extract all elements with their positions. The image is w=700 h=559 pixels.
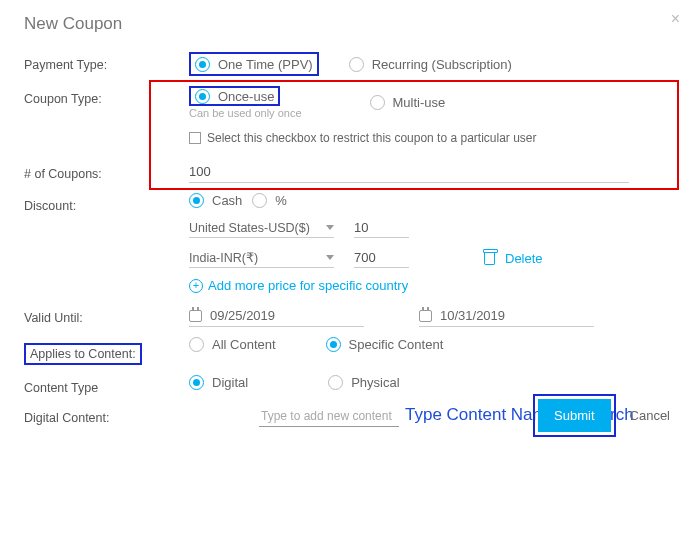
radio-cash[interactable]: Cash [189, 193, 242, 208]
radio-multi-use[interactable]: Multi-use [370, 95, 446, 110]
plus-circle-icon: + [189, 279, 203, 293]
radio-once-label: Once-use [218, 89, 274, 104]
trash-icon [484, 252, 495, 265]
price-input-0[interactable] [354, 218, 409, 238]
num-coupons-input[interactable] [189, 161, 629, 183]
chevron-down-icon [326, 255, 334, 260]
label-content-type: Content Type [24, 375, 189, 395]
radio-physical[interactable]: Physical [328, 375, 399, 390]
checkbox-icon [189, 132, 201, 144]
radio-cash-label: Cash [212, 193, 242, 208]
radio-once-use[interactable]: Once-use [195, 89, 274, 104]
radio-recurring[interactable]: Recurring (Subscription) [349, 57, 512, 72]
country-select-0[interactable]: United States-USD($) [189, 219, 334, 238]
radio-recurring-label: Recurring (Subscription) [372, 57, 512, 72]
radio-specific-content[interactable]: Specific Content [326, 337, 444, 352]
calendar-icon [419, 310, 432, 322]
price-input-1[interactable] [354, 248, 409, 268]
cancel-button[interactable]: Cancel [630, 408, 670, 423]
country-1-label: India-INR(₹) [189, 250, 258, 265]
country-0-label: United States-USD($) [189, 221, 310, 235]
physical-label: Physical [351, 375, 399, 390]
once-hint: Can be used only once [189, 107, 302, 119]
country-select-1[interactable]: India-INR(₹) [189, 248, 334, 268]
date-to[interactable]: 10/31/2019 [419, 305, 594, 327]
date-from[interactable]: 09/25/2019 [189, 305, 364, 327]
radio-digital[interactable]: Digital [189, 375, 248, 390]
radio-multi-label: Multi-use [393, 95, 446, 110]
modal-title: New Coupon [24, 14, 676, 34]
radio-percent[interactable]: % [252, 193, 287, 208]
label-payment-type: Payment Type: [24, 52, 189, 72]
radio-one-time[interactable]: One Time (PPV) [195, 57, 313, 72]
restrict-label: Select this checkbox to restrict this co… [207, 131, 537, 145]
close-icon[interactable]: × [671, 10, 680, 28]
calendar-icon [189, 310, 202, 322]
chevron-down-icon [326, 225, 334, 230]
restrict-checkbox[interactable]: Select this checkbox to restrict this co… [189, 131, 537, 145]
delete-row-button[interactable]: Delete [484, 251, 543, 266]
radio-percent-label: % [275, 193, 287, 208]
label-applies-to: Applies to Content: [24, 343, 142, 365]
digital-content-input[interactable]: Type to add new content [259, 406, 399, 427]
date-from-value: 09/25/2019 [210, 308, 275, 323]
label-discount: Discount: [24, 193, 189, 213]
all-content-label: All Content [212, 337, 276, 352]
submit-button[interactable]: Submit [538, 399, 610, 432]
add-more-label: Add more price for specific country [208, 278, 408, 293]
digital-label: Digital [212, 375, 248, 390]
add-more-price-button[interactable]: + Add more price for specific country [189, 278, 408, 293]
radio-all-content[interactable]: All Content [189, 337, 276, 352]
radio-one-time-label: One Time (PPV) [218, 57, 313, 72]
delete-label: Delete [505, 251, 543, 266]
date-to-value: 10/31/2019 [440, 308, 505, 323]
specific-content-label: Specific Content [349, 337, 444, 352]
label-digital-content: Digital Content: [24, 405, 189, 425]
label-num-coupons: # of Coupons: [24, 161, 189, 181]
label-valid-until: Valid Until: [24, 305, 189, 325]
label-coupon-type: Coupon Type: [24, 86, 189, 106]
